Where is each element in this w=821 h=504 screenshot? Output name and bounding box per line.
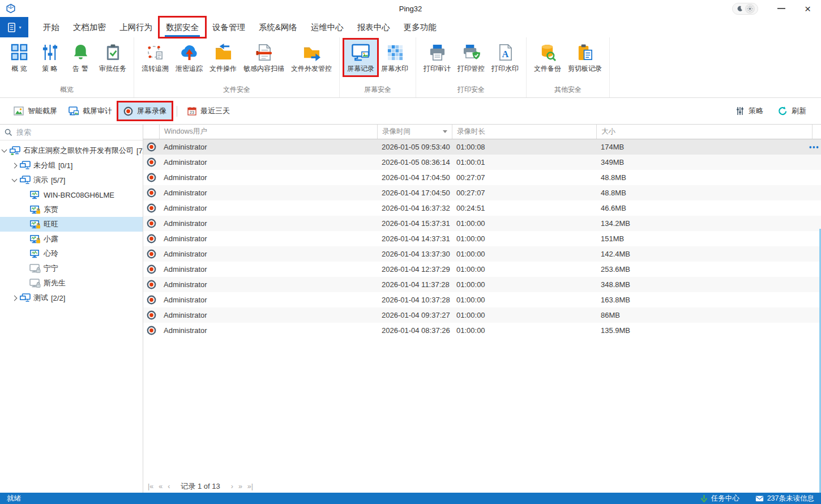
tab-ops-center[interactable]: 运维中心: [304, 17, 350, 37]
ribbon-button-policy[interactable]: 策 略: [35, 39, 65, 76]
ribbon-button-print-watermark[interactable]: A打印水印: [488, 39, 522, 76]
ribbon-button-approval-tasks[interactable]: 审批任务: [96, 39, 130, 76]
search-input[interactable]: [16, 128, 138, 136]
main-menu-button[interactable]: ▾: [0, 17, 28, 37]
chevron-down-icon[interactable]: [12, 177, 18, 182]
ribbon-button-clipboard-record[interactable]: 剪切板记录: [565, 39, 605, 76]
table-row[interactable]: Administrator2026-01-04 10:37:2801:00:00…: [143, 292, 821, 307]
file-backup-icon: [538, 42, 557, 62]
record-icon: [147, 264, 156, 274]
sort-arrow-icon[interactable]: [443, 130, 447, 133]
page-nav-prev-icon[interactable]: «: [159, 482, 163, 490]
ribbon-button-file-backup[interactable]: 文件备份: [531, 39, 565, 76]
chevron-right-icon[interactable]: [12, 163, 18, 168]
page-nav-next-icon[interactable]: ›: [231, 482, 233, 490]
ribbon-button-file-operations[interactable]: 文件操作: [206, 39, 240, 76]
tab-doc-encryption[interactable]: 文档加密: [66, 17, 113, 37]
ribbon-button-overview[interactable]: 概 览: [4, 39, 35, 76]
cell-size: 151MB: [596, 234, 812, 243]
ribbon-button-screen-record[interactable]: 屏幕记录: [344, 39, 378, 76]
ribbon-button-alerts[interactable]: 告 警: [65, 39, 96, 76]
print-control-icon: [462, 42, 481, 62]
column-header-duration[interactable]: 录像时长: [452, 125, 596, 139]
ribbon-button-sensitive-scan[interactable]: 敏感内容扫描: [240, 39, 288, 76]
toolbar-button-capture-audit[interactable]: 截屏审计: [63, 102, 118, 120]
toolbar-button-smart-capture[interactable]: 智能截屏: [8, 102, 63, 120]
tree-item-ningning[interactable]: 宁宁: [0, 261, 143, 276]
toolbar-button-refresh[interactable]: 刷新: [772, 102, 812, 120]
toolbar-button-policy[interactable]: 策略: [730, 102, 769, 120]
tree-item-wangwang[interactable]: 旺旺: [0, 217, 143, 232]
column-header-icon[interactable]: [143, 125, 159, 139]
tab-system-network[interactable]: 系统&网络: [252, 17, 304, 37]
tab-label: 开始: [43, 22, 59, 33]
unread-messages-button[interactable]: 237条未读信息: [755, 494, 814, 503]
table-row[interactable]: Administrator2026-01-04 11:37:2801:00:00…: [143, 277, 821, 292]
cell-size: 135.9MB: [596, 326, 812, 335]
table-row[interactable]: Administrator2026-01-04 09:37:2701:00:00…: [143, 307, 821, 323]
tree-item-win-brc08gh6lme[interactable]: WIN-BRC08GH6LME: [0, 187, 143, 202]
tree-item-label: WIN-BRC08GH6LME: [44, 191, 114, 199]
ribbon-button-file-outgoing[interactable]: 文件外发管控: [288, 39, 335, 76]
record-icon: [147, 310, 156, 320]
column-header-user[interactable]: Windows用户: [159, 125, 377, 139]
theme-toggle[interactable]: [732, 3, 758, 15]
view-toolbar: 智能截屏截屏审计屏幕录像23最近三天 策略刷新: [0, 98, 821, 125]
task-center-button[interactable]: 任务中心: [700, 494, 739, 503]
row-actions-ellipsis-icon[interactable]: [809, 146, 819, 148]
table-row[interactable]: Administrator2026-01-04 17:04:5000:27:07…: [143, 185, 821, 200]
minimize-button[interactable]: [777, 8, 785, 9]
tab-device-mgmt[interactable]: 设备管理: [206, 17, 252, 37]
table-row[interactable]: Administrator2026-01-04 08:37:2601:00:00…: [143, 323, 821, 338]
tree-item-dongjia[interactable]: 东贾: [0, 202, 143, 217]
table-row[interactable]: Administrator2026-01-04 15:37:3101:00:00…: [143, 216, 821, 231]
sensitive-scan-icon: [255, 42, 273, 62]
chevron-down-icon[interactable]: [2, 147, 7, 153]
table-row[interactable]: Administrator2026-01-04 12:37:2901:00:00…: [143, 262, 821, 277]
page-nav-next-icon[interactable]: »: [238, 482, 242, 490]
page-nav-next-icon[interactable]: »|: [247, 482, 253, 490]
chevron-right-icon[interactable]: [12, 295, 18, 301]
tab-web-behavior[interactable]: 上网行为: [113, 17, 159, 37]
tab-report-center[interactable]: 报表中心: [350, 17, 397, 37]
clipboard-record-icon: [576, 42, 595, 62]
table-row[interactable]: Administrator2026-01-04 13:37:3001:00:00…: [143, 246, 821, 262]
column-header-size[interactable]: 大小: [596, 125, 812, 139]
table-row[interactable]: Administrator2026-01-05 08:36:1401:00:01…: [143, 155, 821, 170]
policy-sliders-icon: [41, 42, 59, 62]
page-nav-prev-icon[interactable]: |«: [148, 482, 153, 490]
cell-size: 134.2MB: [596, 219, 812, 228]
page-nav-prev-icon[interactable]: ‹: [168, 482, 170, 490]
tab-start[interactable]: 开始: [36, 17, 66, 37]
table-row[interactable]: Administrator2026-01-04 14:37:3101:00:00…: [143, 231, 821, 246]
tab-more-features[interactable]: 更多功能: [397, 17, 443, 37]
tree-item-mr-si[interactable]: 斯先生: [0, 276, 143, 291]
ribbon-button-flow-trace[interactable]: 流转追溯: [138, 39, 172, 76]
cell-user: Administrator: [159, 311, 377, 319]
tree-item-xiaolu[interactable]: 小露: [0, 232, 143, 246]
tree-item-demo-group[interactable]: 演示[5/7]: [0, 173, 143, 187]
tab-data-security[interactable]: 数据安全: [159, 17, 206, 37]
table-row[interactable]: Administrator2026-01-04 17:04:5000:27:07…: [143, 170, 821, 185]
cell-time: 2026-01-04 11:37:28: [377, 280, 452, 289]
close-button[interactable]: ×: [805, 3, 811, 14]
ribbon-button-screen-watermark[interactable]: 屏幕水印: [378, 39, 412, 76]
computer-tree: 石家庄洞察之眼软件开发有限公司[7/...未分组[0/1]演示[5/7]WIN-…: [0, 140, 143, 305]
cell-duration: 01:00:00: [452, 311, 596, 319]
column-header-time[interactable]: 录像时间: [377, 125, 452, 139]
cell-duration: 01:00:00: [452, 265, 596, 274]
tree-item-company-root[interactable]: 石家庄洞察之眼软件开发有限公司[7/...: [0, 143, 143, 158]
tree-item-test-group[interactable]: 测试[2/2]: [0, 291, 143, 305]
toolbar-button-last-three-days[interactable]: 23最近三天: [182, 102, 236, 120]
tree-item-xinling[interactable]: 心玲: [0, 246, 143, 261]
table-row[interactable]: Administrator2026-01-05 09:53:4001:00:08…: [143, 139, 821, 155]
toolbar-button-screen-recording[interactable]: 屏幕录像: [118, 102, 172, 120]
cell-size: 174MB: [596, 143, 812, 151]
table-row[interactable]: Administrator2026-01-04 16:37:3200:24:51…: [143, 200, 821, 216]
ribbon-button-leak-track[interactable]: 泄密追踪: [172, 39, 206, 76]
tree-item-ungrouped[interactable]: 未分组[0/1]: [0, 158, 143, 173]
column-header-label: Windows用户: [164, 127, 207, 136]
search-box[interactable]: [0, 125, 143, 140]
ribbon-button-print-control[interactable]: 打印管控: [454, 39, 488, 76]
ribbon-button-print-audit[interactable]: 打印审计: [420, 39, 454, 76]
